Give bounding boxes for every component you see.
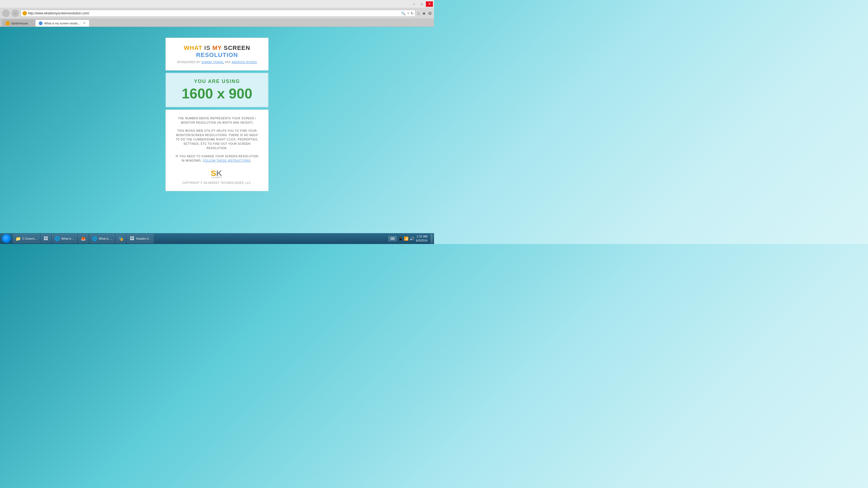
tab-label-spiderhouse: Spiderhouse: [11, 22, 31, 25]
minimize-button[interactable]: −: [411, 1, 418, 7]
clock-date: 6/3/2014: [416, 238, 428, 242]
taskbar-label-header: Header-#...: [136, 237, 151, 240]
show-desktop-button[interactable]: [431, 234, 433, 243]
taskbar-item-header[interactable]: 🖼 Header-#...: [127, 234, 154, 243]
maximize-button[interactable]: □: [418, 1, 425, 7]
close-button[interactable]: ✕: [426, 1, 433, 7]
header-card: WHAT IS MY SCREEN RESOLUTION SPONSORED B…: [165, 38, 269, 70]
taskbar-item-chrome1[interactable]: 🌐 What is ...: [52, 234, 77, 243]
start-button[interactable]: [1, 234, 12, 243]
forward-button[interactable]: →: [11, 9, 19, 17]
refresh-button[interactable]: ↻: [411, 11, 414, 15]
back-button[interactable]: ←: [2, 9, 10, 17]
tab-favicon-resolution: [39, 22, 42, 25]
taskbar-icon-ie: 🌐: [92, 236, 97, 241]
tray-icons: 📱 📶 🔊: [398, 236, 414, 241]
taskbar-item-image1[interactable]: 🖼: [41, 234, 51, 243]
you-are-using-text: YOU ARE USING: [172, 78, 262, 84]
taskbar-item-explorer[interactable]: 📁 C:\Users\...: [13, 234, 40, 243]
address-separator: ▼: [407, 12, 410, 15]
taskbar-item-other[interactable]: 🎭: [116, 234, 126, 243]
main-container: WHAT IS MY SCREEN RESOLUTION SPONSORED B…: [165, 38, 269, 191]
window-controls: − □ ✕: [411, 1, 433, 7]
home-button[interactable]: ⌂: [417, 11, 420, 16]
address-search-button[interactable]: 🔍: [401, 11, 405, 15]
logo-container: S K SILVERKEY: [174, 167, 260, 178]
resolution-display: 1600 x 900: [172, 86, 262, 101]
tray-icon-signal: 📶: [404, 236, 408, 241]
system-tray: ⌨ 📱 📶 🔊 1:31 AM 6/3/2014: [386, 234, 430, 243]
title-bar: − □ ✕: [0, 0, 434, 8]
taskbar-item-ie[interactable]: 🌐 What is ...: [90, 234, 115, 243]
info3-suffix: .: [251, 159, 252, 162]
copyright-text: COPYRIGHT © SILVERKEY TECHNOLOGIES, LLC.: [174, 182, 260, 184]
silverkey-logo: S K SILVERKEY: [210, 167, 224, 178]
tools-button[interactable]: ⚙: [428, 11, 432, 16]
tab-spiderhouse[interactable]: Spiderhouse: [2, 20, 35, 27]
taskbar-icon-other: 🎭: [118, 236, 123, 241]
tab-favicon-spiderhouse: [6, 22, 9, 25]
info-text-1: THE NUMBER ABOVE REPRESENTS YOUR SCREEN …: [174, 116, 260, 125]
title-what: WHAT: [184, 44, 203, 51]
info-card: THE NUMBER ABOVE REPRESENTS YOUR SCREEN …: [165, 109, 269, 191]
sponsored-prefix: SPONSORED BY: [177, 61, 200, 64]
sponsor2-link[interactable]: ANDROID RIVERS: [231, 61, 257, 64]
taskbar: 📁 C:\Users\... 🖼 🌐 What is ... 🦊 🌐 What …: [0, 233, 434, 244]
nav-right-buttons: ⌂ ★ ⚙: [417, 11, 432, 16]
taskbar-icon-image1: 🖼: [43, 236, 49, 241]
tab-whatismyscreenresolution[interactable]: What is my screen resolution ✕: [35, 20, 90, 27]
taskbar-item-firefox[interactable]: 🦊: [78, 234, 88, 243]
address-bar: 🔍 ▼ ↻: [21, 10, 415, 17]
content-area: WHAT IS MY SCREEN RESOLUTION SPONSORED B…: [0, 27, 434, 233]
sponsor1-link[interactable]: SIWAWI TRAVEL: [201, 61, 224, 64]
and-text: AND: [225, 61, 231, 64]
title-screen: SCREEN: [224, 44, 250, 51]
favorites-button[interactable]: ★: [422, 11, 426, 16]
tab-close-button[interactable]: ✕: [83, 21, 86, 25]
title-resolution: RESOLUTION: [196, 52, 238, 58]
info-text-3: IF YOU NEED TO CHANGE YOUR SCREEN RESOLU…: [174, 154, 260, 163]
address-favicon: [23, 11, 27, 15]
site-title: WHAT IS MY SCREEN RESOLUTION: [171, 44, 263, 59]
taskbar-label-explorer: C:\Users\...: [22, 237, 37, 240]
tray-icon-mobile: 📱: [398, 236, 403, 241]
taskbar-label-chrome1: What is ...: [61, 237, 74, 240]
taskbar-icon-firefox: 🦊: [81, 236, 86, 241]
clock-time: 1:31 AM: [416, 234, 428, 238]
nav-bar: ← → 🔍 ▼ ↻ ⌂ ★ ⚙: [0, 8, 434, 19]
taskbar-icon-explorer: 📁: [16, 236, 21, 241]
address-input[interactable]: [28, 11, 400, 15]
follow-instructions-link[interactable]: FOLLOW THESE INSTRUCTIONS: [203, 159, 251, 162]
sponsored-line: SPONSORED BY SIWAWI TRAVEL AND ANDROID R…: [171, 61, 263, 64]
title-my: MY: [212, 44, 222, 51]
tray-icon-volume: 🔊: [410, 236, 414, 241]
tabs-bar: Spiderhouse What is my screen resolution…: [0, 19, 434, 27]
taskbar-icon-chrome1: 🌐: [55, 236, 60, 241]
svg-text:SILVERKEY: SILVERKEY: [212, 176, 222, 178]
keyboard-button[interactable]: ⌨: [389, 236, 397, 241]
taskbar-icon-header: 🖼: [129, 236, 135, 241]
tab-label-resolution: What is my screen resolution: [44, 22, 81, 25]
info-text-2: THIS MICRO WEB UTILITY HELPS YOU TO FIND…: [174, 129, 260, 151]
taskbar-label-ie: What is ...: [99, 237, 112, 240]
start-orb: [2, 234, 11, 243]
browser-chrome: ← → 🔍 ▼ ↻ ⌂ ★ ⚙ Spiderhouse What is my s…: [0, 8, 434, 27]
clock: 1:31 AM 6/3/2014: [416, 234, 428, 243]
title-is: IS: [204, 44, 211, 51]
resolution-card: YOU ARE USING 1600 x 900: [165, 73, 269, 107]
